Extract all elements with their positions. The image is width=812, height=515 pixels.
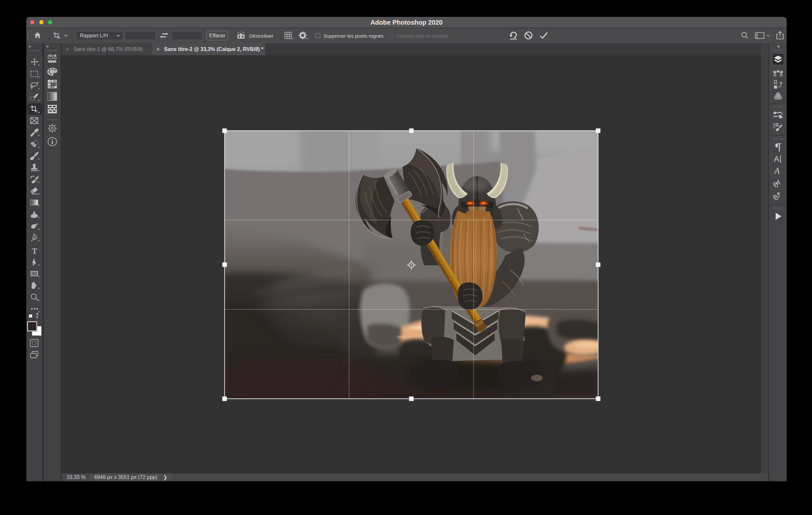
svg-text:A: A	[774, 155, 779, 163]
svg-text:A: A	[774, 166, 780, 175]
